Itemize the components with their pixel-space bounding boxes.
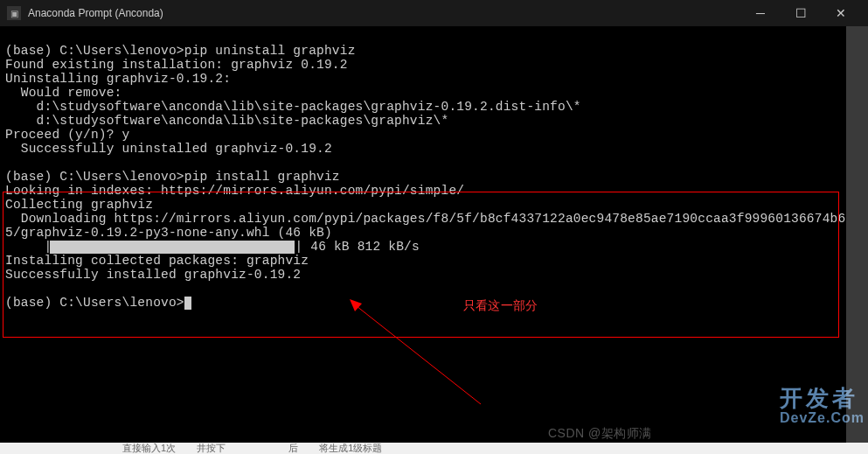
- terminal-line: Successfully uninstalled graphviz-0.19.2: [5, 142, 843, 156]
- watermark-csdn: CSDN @架构师满: [548, 426, 652, 442]
- terminal-line: (base) C:\Users\lenovo>pip install graph…: [5, 170, 843, 184]
- window-title: Anaconda Prompt (Anconda): [28, 7, 740, 19]
- terminal-line: [5, 30, 843, 44]
- watermark-main: 开发者: [780, 385, 858, 411]
- terminal-line: Uninstalling graphviz-0.19.2:: [5, 72, 843, 86]
- terminal-line: || 46 kB 812 kB/s: [5, 240, 843, 254]
- terminal-line: Would remove:: [5, 86, 843, 100]
- bottom-text: 直接输入1次: [122, 443, 176, 454]
- terminal-line: Installing collected packages: graphviz: [5, 254, 843, 268]
- close-button[interactable]: ✕: [821, 0, 861, 26]
- terminal-line: Found existing installation: graphviz 0.…: [5, 58, 843, 72]
- terminal-line: (base) C:\Users\lenovo>pip uninstall gra…: [5, 44, 843, 58]
- bottom-text: 将生成1级标题: [319, 443, 382, 454]
- app-icon: ▣: [7, 6, 21, 20]
- window-titlebar: ▣ Anaconda Prompt (Anconda) ─ ☐ ✕: [0, 0, 868, 26]
- progress-bar: [50, 241, 295, 254]
- terminal-line: d:\studysoftware\anconda\lib\site-packag…: [5, 114, 843, 128]
- cursor: [184, 297, 191, 310]
- annotation-text: 只看这一部分: [463, 298, 538, 312]
- bottom-text: 井按下: [197, 443, 226, 454]
- prompt: (base) C:\Users\lenovo>: [5, 296, 184, 310]
- terminal-line: Looking in indexes: https://mirrors.aliy…: [5, 184, 843, 198]
- terminal-line: d:\studysoftware\anconda\lib\site-packag…: [5, 100, 843, 114]
- terminal-line: Downloading https://mirrors.aliyun.com/p…: [5, 212, 843, 226]
- annotation-arrow: [350, 299, 507, 413]
- terminal-line: [5, 156, 843, 170]
- watermark-sub: DevZe.Com: [780, 410, 865, 426]
- progress-suffix: | 46 kB 812 kB/s: [295, 240, 419, 254]
- command: pip uninstall graphviz: [184, 44, 356, 58]
- bottom-text: 后: [288, 443, 298, 454]
- minimize-button[interactable]: ─: [740, 0, 781, 26]
- maximize-button[interactable]: ☐: [781, 0, 821, 26]
- editor-bottom-bar: 直接输入1次 井按下 后 将生成1级标题: [0, 443, 868, 454]
- window-controls: ─ ☐ ✕: [740, 0, 861, 26]
- prompt: (base) C:\Users\lenovo>: [5, 170, 184, 184]
- terminal-line: [5, 282, 843, 296]
- progress-prefix: |: [5, 240, 52, 254]
- terminal-line: 5/graphviz-0.19.2-py3-none-any.whl (46 k…: [5, 226, 843, 240]
- terminal-content[interactable]: (base) C:\Users\lenovo>pip uninstall gra…: [0, 26, 848, 443]
- prompt: (base) C:\Users\lenovo>: [5, 44, 184, 58]
- command: pip install graphviz: [184, 170, 340, 184]
- watermark-devze: 开发者 DevZe.Com: [780, 383, 865, 426]
- terminal-line: Proceed (y/n)? y: [5, 128, 843, 142]
- terminal-line: Collecting graphviz: [5, 198, 843, 212]
- terminal-line: (base) C:\Users\lenovo>: [5, 296, 843, 310]
- svg-line-0: [357, 306, 481, 404]
- terminal-line: Successfully installed graphviz-0.19.2: [5, 268, 843, 282]
